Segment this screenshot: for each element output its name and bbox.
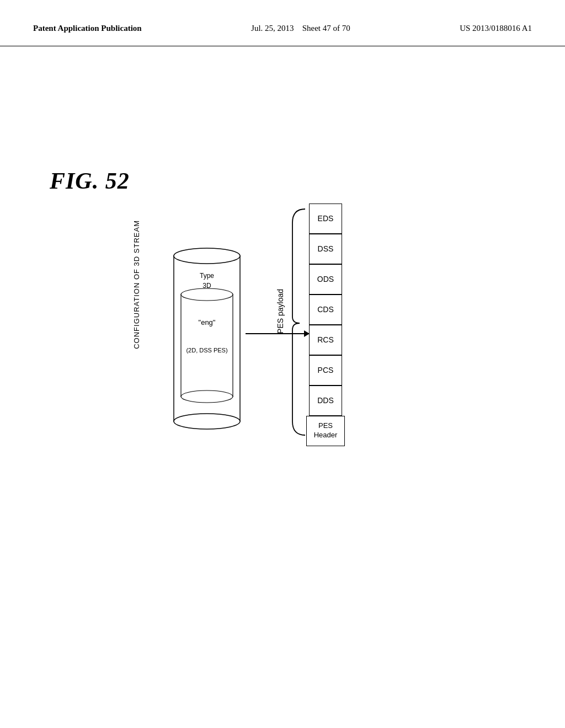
pes-payload-label: PES payload	[276, 289, 285, 334]
publication-label: Patent Application Publication	[33, 22, 142, 35]
sheet-info: Sheet 47 of 70	[302, 24, 350, 33]
pes-header-box: PESHeader	[306, 416, 345, 446]
svg-point-5	[181, 390, 233, 403]
svg-rect-3	[181, 295, 233, 397]
pes-box-ods: ODS	[306, 264, 345, 295]
pes-box-cds: CDS	[306, 295, 345, 325]
config-label: CONFIGURATION OF 3D STREAM	[132, 220, 141, 349]
svg-text:(2D, DSS PES): (2D, DSS PES)	[186, 347, 227, 354]
header-date-sheet: Jul. 25, 2013 Sheet 47 of 70	[251, 22, 350, 35]
svg-point-1	[174, 248, 240, 264]
cds-box: CDS	[309, 295, 342, 325]
pcs-box: PCS	[309, 355, 342, 386]
pes-boxes-container: EDS DSS ODS CDS RCS PCS	[306, 204, 345, 446]
svg-text:"eng": "eng"	[199, 318, 216, 326]
pes-box-dss: DSS	[306, 234, 345, 264]
patent-number: US 2013/0188016 A1	[460, 22, 532, 35]
pes-box-pcs: PCS	[306, 355, 345, 386]
ods-box: ODS	[309, 264, 342, 295]
pes-box-header: PESHeader	[306, 416, 345, 446]
svg-point-2	[174, 414, 240, 429]
rcs-box: RCS	[309, 325, 342, 355]
dds-box: DDS	[309, 386, 342, 416]
patent-id: US 2013/0188016 A1	[460, 24, 532, 33]
svg-text:3D: 3D	[202, 282, 211, 290]
pub-date: Jul. 25, 2013	[251, 24, 294, 33]
figure-title: FIG. 52	[50, 168, 130, 194]
pes-box-eds: EDS	[306, 204, 345, 234]
main-content: FIG. 52 CONFIGURATION OF 3D STREAM Type …	[0, 46, 565, 703]
eds-box: EDS	[309, 204, 342, 234]
dss-box: DSS	[309, 234, 342, 264]
cylinder-diagram: Type 3D "eng" (2D, DSS PES)	[171, 245, 243, 432]
cylinder-svg: Type 3D "eng" (2D, DSS PES)	[171, 245, 243, 432]
pes-box-rcs: RCS	[306, 325, 345, 355]
svg-point-4	[181, 288, 233, 301]
page-header: Patent Application Publication Jul. 25, …	[0, 0, 565, 46]
pes-box-dds: DDS	[306, 386, 345, 416]
publication-title: Patent Application Publication	[33, 24, 142, 33]
svg-text:Type: Type	[200, 272, 214, 280]
